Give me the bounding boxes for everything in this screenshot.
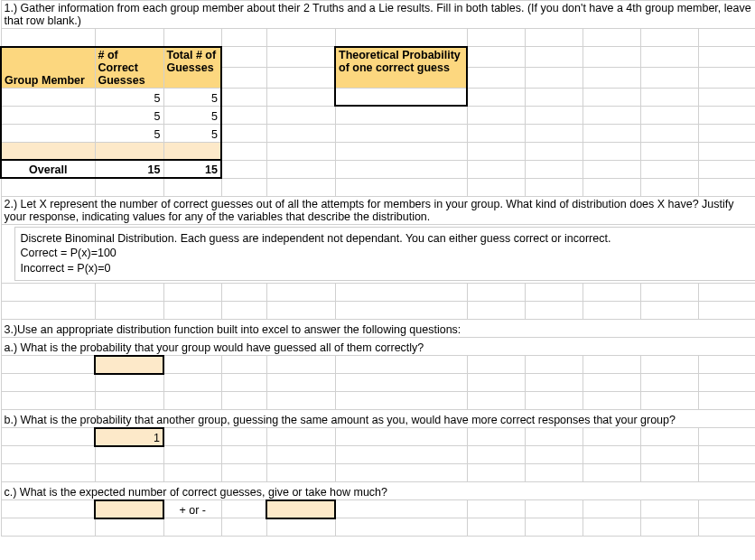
member-1[interactable] [1,88,95,106]
total-4[interactable] [163,142,221,160]
hdr-theoretical: Theoretical Probability of one correct g… [335,47,467,89]
hdr-total: Total # of Guesses [163,47,221,89]
q1-text: 1.) Gather information from each group m… [1,1,755,29]
q3a-value[interactable] [95,356,163,374]
correct-4[interactable] [95,142,163,160]
hdr-correct: # of Correct Guesses [95,47,163,89]
theoretical-value[interactable] [335,88,467,106]
correct-3[interactable]: 5 [95,124,163,142]
correct-1[interactable]: 5 [95,88,163,106]
q2-ans-1: Discrete Binominal Distribution. Each gu… [21,231,750,247]
overall-correct[interactable]: 15 [95,160,163,178]
member-4[interactable] [1,142,95,160]
q3b-value[interactable]: 1 [95,428,163,446]
overall-label: Overall [1,160,95,178]
q3c-value1[interactable] [95,500,163,518]
q2-answer-box[interactable]: Discrete Binominal Distribution. Each gu… [14,227,756,282]
q2-ans-3: Incorrect = P(x)=0 [21,261,750,276]
q2-ans-2: Correct = P(x)=100 [21,246,750,261]
q3c-text: c.) What is the expected number of corre… [1,482,755,500]
hdr-group-member: Group Member [1,47,95,89]
q3a-text: a.) What is the probability that your gr… [1,338,755,356]
member-3[interactable] [1,124,95,142]
q3-text: 3.)Use an appropriate distribution funct… [1,320,755,338]
total-3[interactable]: 5 [163,124,221,142]
q2-text: 2.) Let X represent the number of correc… [1,196,755,224]
q3c-sep: + or - [163,500,221,518]
spreadsheet-grid: 1.) Gather information from each group m… [0,0,755,537]
total-2[interactable]: 5 [163,106,221,124]
q3b-text: b.) What is the probability that another… [1,410,755,428]
correct-2[interactable]: 5 [95,106,163,124]
overall-total[interactable]: 15 [163,160,221,178]
q3c-value2[interactable] [266,500,335,518]
total-1[interactable]: 5 [163,88,221,106]
member-2[interactable] [1,106,95,124]
